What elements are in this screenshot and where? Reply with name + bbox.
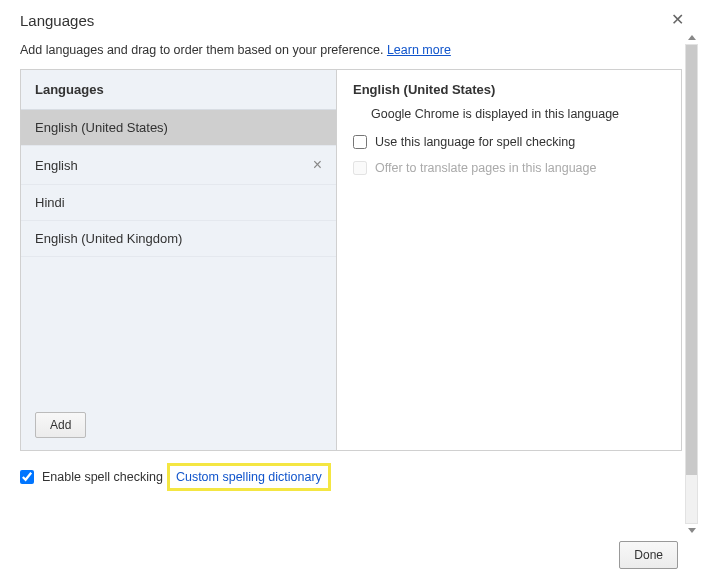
language-label: English (United States) (35, 120, 168, 135)
description-text: Add languages and drag to order them bas… (20, 43, 387, 57)
scrollbar-thumb[interactable] (686, 45, 697, 475)
spellcheck-label: Use this language for spell checking (375, 135, 575, 149)
highlight-box: Custom spelling dictionary (167, 463, 331, 491)
dialog-description: Add languages and drag to order them bas… (0, 37, 702, 69)
display-language-text: Google Chrome is displayed in this langu… (371, 107, 665, 121)
learn-more-link[interactable]: Learn more (387, 43, 451, 57)
custom-dictionary-link[interactable]: Custom spelling dictionary (176, 470, 322, 484)
language-item[interactable]: Hindi (21, 185, 336, 221)
close-icon[interactable]: ✕ (671, 10, 684, 29)
enable-spellcheck-row: Enable spell checking Custom spelling di… (0, 451, 702, 499)
translate-option: Offer to translate pages in this languag… (353, 161, 665, 175)
languages-panel: Languages English (United States) Englis… (20, 69, 682, 451)
language-list-panel: Languages English (United States) Englis… (21, 70, 337, 450)
language-item[interactable]: English (United States) (21, 110, 336, 146)
add-section: Add (21, 400, 336, 450)
languages-dialog: Languages ✕ Add languages and drag to or… (0, 0, 702, 583)
content-area: Languages English (United States) Englis… (20, 69, 682, 451)
scrollbar[interactable] (685, 44, 698, 524)
scroll-down-icon[interactable] (688, 528, 696, 533)
language-list-header: Languages (21, 70, 336, 110)
language-list: English (United States) English × Hindi … (21, 110, 336, 400)
spellcheck-option[interactable]: Use this language for spell checking (353, 135, 665, 149)
language-label: English (35, 158, 78, 173)
spellcheck-checkbox[interactable] (353, 135, 367, 149)
dialog-actions: Done (619, 541, 678, 569)
done-button[interactable]: Done (619, 541, 678, 569)
language-label: English (United Kingdom) (35, 231, 182, 246)
language-label: Hindi (35, 195, 65, 210)
language-item[interactable]: English (United Kingdom) (21, 221, 336, 257)
enable-spellcheck-label: Enable spell checking (42, 470, 163, 484)
scroll-up-icon[interactable] (688, 35, 696, 40)
language-item[interactable]: English × (21, 146, 336, 185)
translate-label: Offer to translate pages in this languag… (375, 161, 596, 175)
add-language-button[interactable]: Add (35, 412, 86, 438)
dialog-title: Languages (0, 0, 702, 37)
remove-language-icon[interactable]: × (313, 156, 322, 174)
selected-language-title: English (United States) (353, 82, 665, 97)
language-options-panel: English (United States) Google Chrome is… (337, 70, 681, 450)
enable-spellcheck-checkbox[interactable] (20, 470, 34, 484)
translate-checkbox (353, 161, 367, 175)
